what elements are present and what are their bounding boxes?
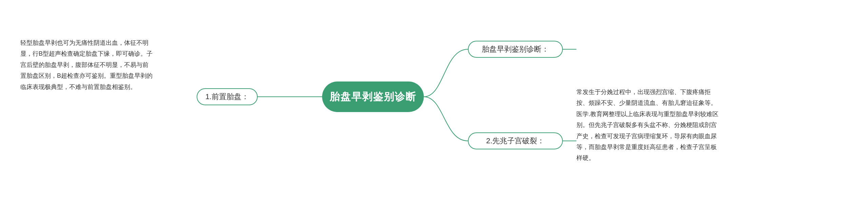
left-branch-label: 1.前置胎盘： [205, 92, 249, 102]
right-top-node: 胎盘早剥鉴别诊断： [468, 41, 563, 58]
connections-svg [0, 0, 868, 219]
right-top-label: 胎盘早剥鉴别诊断： [482, 44, 549, 54]
central-node-label: 胎盘早剥鉴别诊断 [330, 90, 416, 104]
right-bottom-text-block: 常发生于分娩过程中，出现强烈宫缩、下腹疼痛拒按、烦躁不安、少量阴道流血、有胎儿窘… [576, 87, 722, 164]
left-text-block: 轻型胎盘早剥也可为无痛性阴道出血，体征不明显，行B型超声检查确定胎盘下缘，即可确… [20, 37, 153, 92]
mind-map-container: 胎盘早剥鉴别诊断 1.前置胎盘： 胎盘早剥鉴别诊断： 2.先兆子宫破裂： 轻型胎… [0, 0, 868, 219]
left-branch-node: 1.前置胎盘： [197, 88, 258, 105]
right-bottom-label: 2.先兆子宫破裂： [486, 136, 545, 146]
right-bottom-node: 2.先兆子宫破裂： [468, 132, 563, 149]
central-node: 胎盘早剥鉴别诊断 [322, 81, 424, 112]
